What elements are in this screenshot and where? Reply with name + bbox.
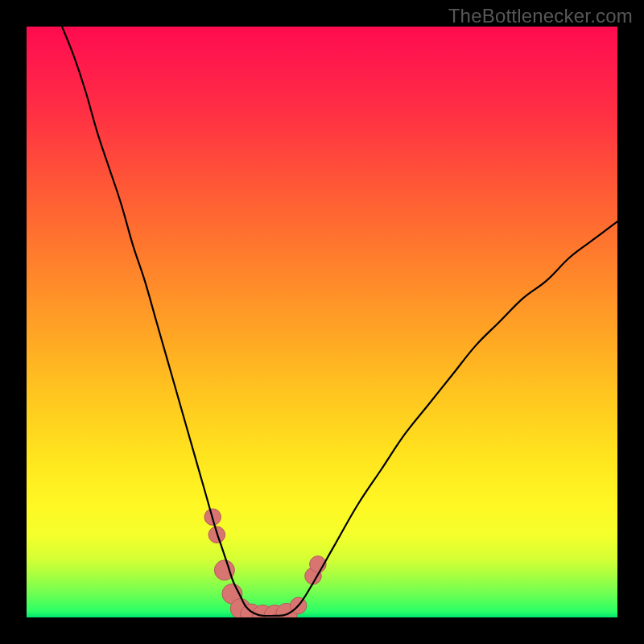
chart-frame: TheBottlenecker.com — [0, 0, 644, 644]
plot-area — [27, 27, 617, 617]
watermark-text: TheBottlenecker.com — [448, 5, 633, 27]
bottleneck-curve — [27, 27, 617, 617]
